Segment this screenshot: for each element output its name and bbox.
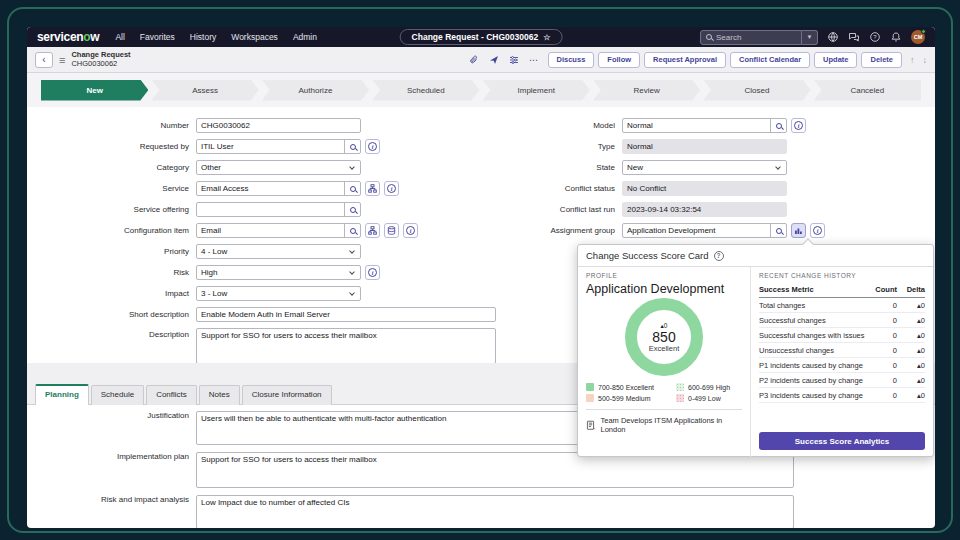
ci-dependency-button[interactable] [365, 223, 380, 238]
help-icon[interactable]: ? [869, 31, 881, 43]
state-select[interactable]: New [622, 160, 787, 175]
previous-record-icon[interactable]: ↑ [910, 55, 915, 65]
attachment-icon[interactable] [468, 54, 480, 66]
stage-authorize[interactable]: Authorize [262, 80, 369, 101]
chat-icon[interactable] [848, 31, 860, 43]
conflict-calendar-button[interactable]: Conflict Calendar [730, 52, 810, 68]
profile-name: Application Development [586, 282, 742, 296]
implementation-plan-textarea[interactable]: Support for SSO for users to access thei… [196, 452, 794, 488]
category-select[interactable]: Other [196, 160, 361, 175]
service-info-button[interactable] [384, 181, 399, 196]
search-scope-dropdown[interactable]: ▼ [802, 30, 818, 45]
ci-info-button[interactable] [403, 223, 418, 238]
field-label: Priority [36, 247, 196, 256]
field-label: Short description [36, 310, 196, 319]
service-offering-input[interactable] [196, 202, 361, 217]
form-context-menu-icon[interactable]: ≡ [59, 54, 65, 66]
tab-conflicts[interactable]: Conflicts [146, 385, 197, 405]
legend-excellent: 700-850 Excellent [586, 383, 666, 391]
stage-closed[interactable]: Closed [703, 80, 810, 101]
lookup-button[interactable] [344, 182, 360, 195]
user-avatar[interactable]: CM [911, 30, 925, 44]
record-title: Change Request - CHG0030062 [412, 32, 539, 42]
record-identifier: Change Request CHG0030062 [71, 51, 130, 68]
lookup-button[interactable] [770, 224, 786, 237]
nav-item-workspaces[interactable]: Workspaces [231, 32, 278, 42]
send-icon[interactable] [488, 54, 500, 66]
risk-select[interactable]: High [196, 265, 361, 280]
description-textarea[interactable]: Support for SSO for users to access thei… [196, 328, 496, 364]
lookup-button[interactable] [344, 224, 360, 237]
history-header-row: Success Metric Count Delta [759, 283, 925, 298]
notifications-bell-icon[interactable] [890, 31, 902, 43]
help-icon[interactable] [714, 251, 724, 261]
form-column-right: Model Normal Type Normal State New Conf [467, 115, 825, 241]
tab-closure-information[interactable]: Closure Information [242, 385, 332, 405]
globe-icon[interactable] [827, 31, 839, 43]
number-input[interactable]: CHG0030062 [196, 118, 361, 133]
follow-button[interactable]: Follow [598, 52, 640, 68]
lookup-button[interactable] [344, 203, 360, 216]
lookup-button[interactable] [344, 140, 360, 153]
stage-new[interactable]: New [41, 80, 148, 101]
field-description: Description Support for SSO for users to… [36, 328, 496, 364]
success-score-analytics-button[interactable]: Success Score Analytics [759, 432, 925, 450]
record-title-pill[interactable]: Change Request - CHG0030062 ☆ [400, 29, 563, 45]
priority-select[interactable]: 4 - Low [196, 244, 361, 259]
assignment-group-input[interactable]: Application Development [622, 223, 787, 238]
database-icon [387, 226, 396, 235]
nav-item-history[interactable]: History [190, 32, 216, 42]
tab-planning[interactable]: Planning [35, 384, 89, 405]
change-success-score-card: Change Success Score Card PROFILE Applic… [577, 244, 934, 457]
field-label: Service [36, 184, 196, 193]
history-table: Success Metric Count Delta Total changes… [759, 283, 925, 403]
discuss-button[interactable]: Discuss [548, 52, 595, 68]
service-dependency-button[interactable] [365, 181, 380, 196]
request-approval-button[interactable]: Request Approval [644, 52, 726, 68]
nav-item-all[interactable]: All [115, 32, 124, 42]
model-info-button[interactable] [791, 118, 806, 133]
field-priority: Priority 4 - Low [36, 241, 496, 262]
table-row: Successful changes0▴0 [759, 313, 925, 328]
field-label: Impact [36, 289, 196, 298]
impact-select[interactable]: 3 - Low [196, 286, 361, 301]
record-toolbar: ‹ ≡ Change Request CHG0030062 ⋯ Discuss … [27, 47, 935, 73]
stage-review[interactable]: Review [593, 80, 700, 101]
ci-cmdb-button[interactable] [384, 223, 399, 238]
delete-button[interactable]: Delete [861, 52, 902, 68]
stage-implement[interactable]: Implement [483, 80, 590, 101]
configuration-item-input[interactable]: Email [196, 223, 361, 238]
short-description-input[interactable]: Enable Modern Auth in Email Server [196, 307, 496, 322]
stage-scheduled[interactable]: Scheduled [372, 80, 479, 101]
model-input[interactable]: Normal [622, 118, 787, 133]
next-record-icon[interactable]: ↓ [923, 55, 928, 65]
chevron-down-icon [775, 164, 781, 170]
stage-canceled[interactable]: Canceled [814, 80, 921, 101]
stage-assess[interactable]: Assess [151, 80, 258, 101]
legend-high: 600-699 High [676, 383, 742, 391]
score-label: Excellent [649, 344, 679, 353]
conflict-status-readonly: No Conflict [622, 181, 787, 196]
lookup-button[interactable] [770, 119, 786, 132]
favorite-star-icon[interactable]: ☆ [543, 33, 550, 42]
nav-item-favorites[interactable]: Favorites [140, 32, 175, 42]
risk-impact-analysis-textarea[interactable]: Low Impact due to number of affected CIs [196, 495, 794, 528]
tab-schedule[interactable]: Schedule [91, 385, 144, 405]
toolbar-actions: ⋯ Discuss Follow Request Approval Confli… [468, 52, 927, 68]
risk-info-button[interactable] [365, 265, 380, 280]
success-score-button[interactable] [791, 223, 806, 238]
personalize-sliders-icon[interactable] [508, 54, 520, 66]
requested-by-input[interactable]: ITIL User [196, 139, 361, 154]
requested-by-info-button[interactable] [365, 139, 380, 154]
svg-text:?: ? [873, 34, 877, 40]
field-label: Justification [36, 411, 196, 420]
back-button[interactable]: ‹ [35, 52, 53, 68]
more-options-icon[interactable]: ⋯ [528, 54, 540, 66]
assignment-group-info-button[interactable] [810, 223, 825, 238]
servicenow-logo[interactable]: servicenow [37, 30, 99, 44]
update-button[interactable]: Update [814, 52, 857, 68]
nav-item-admin[interactable]: Admin [293, 32, 317, 42]
search-input[interactable]: Search [700, 30, 802, 45]
service-input[interactable]: Email Access [196, 181, 361, 196]
tab-notes[interactable]: Notes [199, 385, 240, 405]
